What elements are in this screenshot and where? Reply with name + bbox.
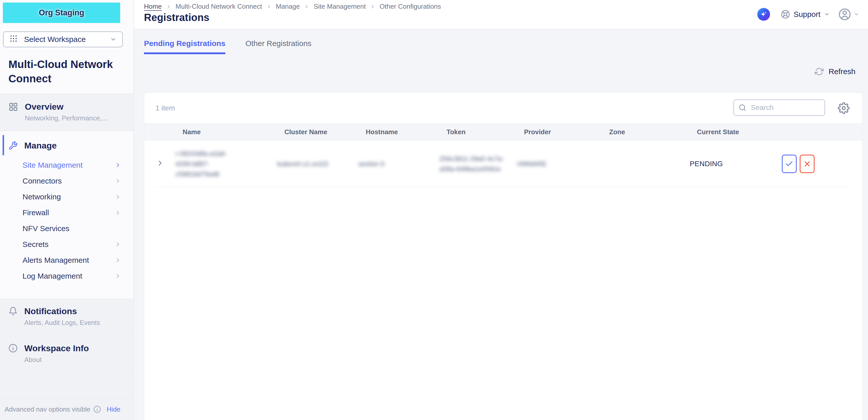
support-menu[interactable]: Support — [781, 10, 830, 19]
subitem-label: Log Management — [23, 272, 82, 281]
info-circle-icon — [8, 344, 18, 353]
item-count: 1 item — [155, 104, 175, 112]
refresh-label: Refresh — [829, 67, 856, 76]
assistant-sparkle-button[interactable] — [757, 8, 770, 21]
manage-label: Manage — [24, 140, 57, 151]
workspace-selector[interactable]: Select Workspace — [3, 31, 123, 47]
tab-pending-registrations[interactable]: Pending Registrations — [144, 39, 225, 54]
th-name[interactable]: Name — [176, 128, 277, 136]
user-menu[interactable] — [838, 8, 859, 21]
search-icon — [739, 104, 746, 111]
bell-icon — [8, 306, 18, 316]
workspace-info-label: Workspace Info — [24, 343, 89, 353]
breadcrumb-item[interactable]: Manage — [276, 3, 300, 10]
sidebar-lower: Notifications Alerts, Audit Logs, Events… — [0, 298, 133, 420]
breadcrumb-home[interactable]: Home — [144, 3, 162, 10]
table-settings-button[interactable] — [838, 102, 850, 114]
wrench-icon — [8, 141, 18, 150]
sidebar-item-notifications[interactable]: Notifications Alerts, Audit Logs, Events — [0, 299, 133, 336]
cell-hostname: worker-0 — [359, 160, 439, 168]
row-expand-button[interactable] — [156, 159, 165, 167]
chevron-right-icon — [115, 241, 121, 248]
workspace-title: Multi-Cloud Network Connect — [8, 57, 124, 86]
refresh-button[interactable]: Refresh — [815, 67, 856, 76]
hide-advanced-nav-link[interactable]: Hide — [106, 406, 120, 413]
table-row: r-58243dfa-e2a9- 4299-b887- c59816d75ed6… — [144, 141, 862, 187]
info-circle-icon — [93, 406, 101, 413]
org-banner[interactable]: Org Staging — [3, 3, 120, 23]
subitem-label: Firewall — [23, 208, 49, 217]
breadcrumb-item[interactable]: Site Management — [314, 3, 366, 10]
chevron-down-icon — [110, 36, 117, 43]
cell-name[interactable]: r-58243dfa-e2a9- 4299-b887- c59816d75ed6 — [176, 149, 277, 179]
sidebar-item-nfv-services[interactable]: NFV Services — [0, 221, 133, 236]
breadcrumb-item[interactable]: Multi-Cloud Network Connect — [176, 3, 262, 10]
chevron-right-icon — [166, 4, 172, 9]
tab-other-registrations[interactable]: Other Registrations — [245, 39, 311, 54]
sidebar-item-networking[interactable]: Networking — [0, 189, 133, 205]
sidebar-item-site-management[interactable]: Site Management — [0, 157, 133, 173]
page-title: Registrations — [144, 12, 210, 23]
manage-subnav: Site Management Connectors Networking Fi… — [0, 157, 133, 284]
chevron-down-icon — [824, 11, 830, 17]
subitem-label: Site Management — [23, 161, 83, 169]
subitem-label: Connectors — [23, 176, 62, 185]
cell-provider: VMWARE — [517, 160, 602, 168]
sidebar-item-overview[interactable]: Overview Networking, Performance,... — [0, 94, 133, 131]
th-zone[interactable]: Zone — [602, 128, 690, 136]
avatar-icon — [838, 8, 851, 21]
cell-current-state: PENDING — [690, 160, 777, 168]
breadcrumb: Home Multi-Cloud Network Connect Manage … — [144, 3, 441, 10]
th-provider[interactable]: Provider — [517, 128, 602, 136]
table-header-row: Name Cluster Name Hostname Token Provide… — [144, 123, 862, 141]
notifications-label: Notifications — [24, 306, 100, 316]
chevron-right-icon — [115, 257, 121, 264]
grid-2x2-icon — [8, 102, 18, 112]
chevron-right-icon — [115, 177, 121, 184]
cell-token: 256c3811-29a5-4c7a- a58a-649ba1e0591e — [439, 154, 517, 174]
sidebar-footer: Advanced nav options visible Hide — [0, 398, 133, 420]
th-token[interactable]: Token — [439, 128, 517, 136]
table-toolbar: 1 item — [144, 93, 862, 123]
grid-3x3-icon — [9, 34, 18, 45]
sidebar-item-firewall[interactable]: Firewall — [0, 205, 133, 221]
th-cluster-name[interactable]: Cluster Name — [277, 128, 359, 136]
x-icon — [803, 160, 811, 168]
overview-label: Overview — [25, 101, 107, 112]
overview-subtitle: Networking, Performance,... — [25, 114, 107, 122]
sidebar-item-log-management[interactable]: Log Management — [0, 268, 133, 284]
search-box — [734, 99, 825, 116]
main-content: Pending Registrations Other Registration… — [134, 29, 868, 420]
advanced-nav-status: Advanced nav options visible — [5, 406, 90, 413]
subitem-label: Secrets — [23, 240, 49, 249]
workspace-info-subtitle: About — [24, 356, 89, 364]
sidebar-spacer — [0, 374, 133, 398]
breadcrumb-current: Other Configurations — [379, 3, 441, 10]
subitem-label: NFV Services — [23, 224, 69, 233]
refresh-icon — [815, 67, 824, 76]
notifications-subtitle: Alerts, Audit Logs, Events — [24, 319, 100, 327]
cell-cluster-name: kubevirt-v1-oct23 — [277, 160, 359, 168]
sidebar-item-secrets[interactable]: Secrets — [0, 236, 133, 252]
chevron-right-icon — [304, 4, 309, 9]
sidebar-item-connectors[interactable]: Connectors — [0, 173, 133, 189]
chevron-right-icon — [115, 273, 121, 280]
registrations-table-card: 1 item Nam — [144, 93, 863, 420]
support-label: Support — [794, 10, 820, 19]
sidebar-item-alerts-management[interactable]: Alerts Management — [0, 252, 133, 268]
search-input[interactable] — [750, 103, 820, 112]
chevron-down-icon — [854, 11, 859, 17]
sidebar-item-workspace-info[interactable]: Workspace Info About — [0, 336, 133, 374]
workspace-selector-label: Select Workspace — [24, 35, 104, 44]
sidebar-item-manage[interactable]: Manage — [0, 133, 133, 157]
decline-registration-button[interactable] — [800, 155, 814, 173]
th-hostname[interactable]: Hostname — [359, 128, 439, 136]
tab-bar: Pending Registrations Other Registration… — [144, 39, 311, 54]
subitem-label: Alerts Management — [23, 256, 89, 265]
subitem-label: Networking — [23, 193, 61, 201]
approve-registration-button[interactable] — [782, 155, 797, 173]
th-current-state[interactable]: Current State — [690, 128, 777, 136]
life-ring-icon — [781, 10, 790, 19]
app-root: Org Staging Select Workspace Multi-Cloud… — [0, 0, 868, 420]
topbar-actions: Support — [757, 0, 859, 29]
